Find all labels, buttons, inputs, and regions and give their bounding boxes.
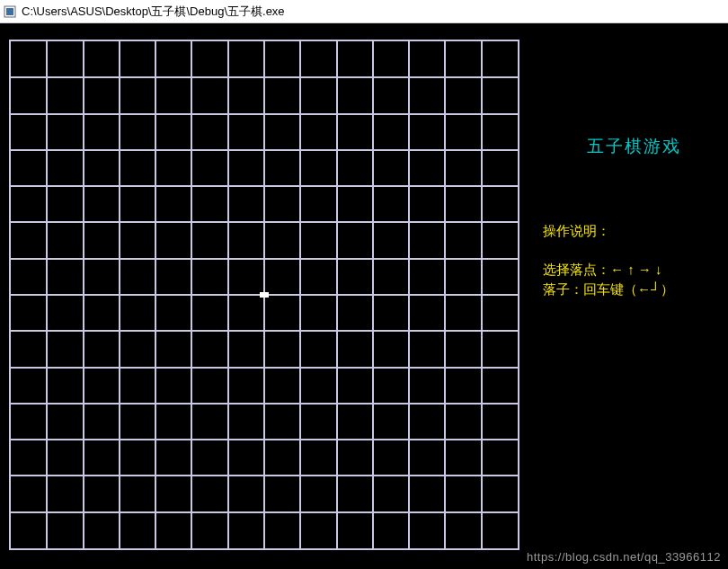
side-panel: 五子棋游戏 操作说明： 选择落点：← ↑ → ↓ 落子：回车键（←┘） <box>539 23 728 569</box>
app-icon <box>4 5 16 18</box>
window-titlebar: C:\Users\ASUS\Desktop\五子棋\Debug\五子棋.exe <box>0 0 728 23</box>
instructions-heading: 操作说明： <box>543 221 728 242</box>
watermark: https://blog.csdn.net/qq_33966112 <box>527 550 721 564</box>
game-title: 五子棋游戏 <box>539 135 728 158</box>
instructions-block: 操作说明： 选择落点：← ↑ → ↓ 落子：回车键（←┘） <box>543 221 728 300</box>
game-board[interactable] <box>9 40 519 550</box>
instructions-select: 选择落点：← ↑ → ↓ <box>543 260 728 280</box>
instructions-place: 落子：回车键（←┘） <box>543 280 728 300</box>
board-cursor <box>260 292 269 298</box>
svg-rect-1 <box>6 8 13 15</box>
window-title: C:\Users\ASUS\Desktop\五子棋\Debug\五子棋.exe <box>22 4 285 20</box>
game-area: 五子棋游戏 操作说明： 选择落点：← ↑ → ↓ 落子：回车键（←┘） http… <box>0 23 728 569</box>
